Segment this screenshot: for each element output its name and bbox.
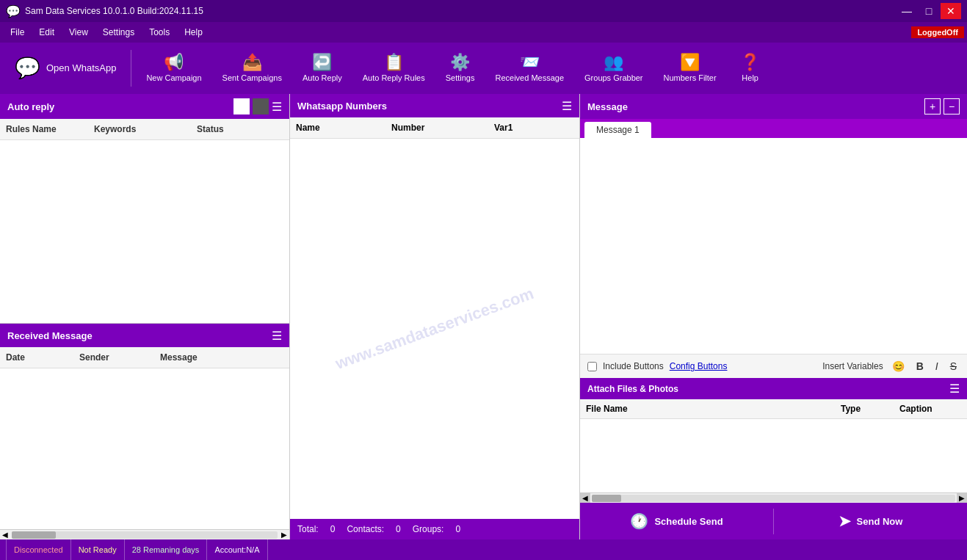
attach-table-body: [580, 419, 967, 492]
auto-reply-section: Auto reply ☰ Rules Name Keywords Status: [0, 94, 289, 324]
schedule-icon: 🕐: [630, 512, 648, 530]
col-rules-name: Rules Name: [0, 122, 88, 137]
send-now-button[interactable]: ➤ Send Now: [774, 503, 967, 539]
message-tab-1[interactable]: Message 1: [584, 122, 651, 138]
footer-contacts-label: Contacts:: [347, 524, 384, 534]
auto-reply-button[interactable]: ↩️ Auto Reply: [294, 46, 351, 90]
config-buttons-link[interactable]: Config Buttons: [670, 361, 728, 371]
received-message-header: Received Message ☰: [0, 324, 289, 347]
col-wp-var1: Var1: [488, 120, 579, 135]
attach-files-header: Attach Files & Photos ☰: [580, 378, 967, 399]
new-campaign-label: New Campaign: [146, 73, 201, 83]
col-file-name: File Name: [580, 401, 835, 416]
status-account: Account:N/A: [207, 539, 267, 560]
inbox-icon: 📨: [520, 53, 540, 72]
italic-button[interactable]: I: [932, 359, 941, 374]
footer-contacts-value: 0: [396, 524, 401, 534]
received-message-section: Received Message ☰ Date Sender Message: [0, 324, 289, 529]
include-buttons-checkbox[interactable]: [587, 362, 597, 371]
auto-reply-menu-button[interactable]: ☰: [272, 100, 282, 114]
open-whatsapp-button[interactable]: 💬 Open WhatsApp: [6, 46, 125, 90]
menu-help[interactable]: Help: [177, 24, 210, 40]
attach-scroll-left[interactable]: ◀: [580, 493, 590, 503]
attach-files-title: Attach Files & Photos: [587, 384, 678, 394]
menu-tools[interactable]: Tools: [142, 24, 177, 40]
attach-scroll-right[interactable]: ▶: [957, 493, 967, 503]
auto-reply-table-body: [0, 140, 289, 323]
menu-edit[interactable]: Edit: [32, 24, 62, 40]
auto-reply-title: Auto reply: [7, 101, 54, 112]
status-bar: Disconnected Not Ready 28 Remaning days …: [0, 539, 967, 560]
title-text: Sam Data Services 10.0.1.0 Build:2024.11…: [25, 6, 897, 16]
received-message-label: Received Message: [495, 73, 564, 83]
toolbar: 💬 Open WhatsApp 📢 New Campaign 📤 Sent Ca…: [0, 43, 967, 94]
status-remaining-days: 28 Remaning days: [125, 539, 208, 560]
message-header-buttons: + −: [924, 98, 960, 114]
whatsapp-numbers-menu-button[interactable]: ☰: [562, 99, 572, 113]
numbers-filter-button[interactable]: 🔽 Numbers Filter: [655, 46, 725, 90]
close-button[interactable]: ✕: [941, 3, 961, 19]
message-text-wrapper: [580, 138, 967, 354]
right-panel: Message + − Message 1 Include Buttons Co…: [580, 94, 967, 539]
menu-settings[interactable]: Settings: [95, 24, 142, 40]
auto-reply-rules-button[interactable]: 📋 Auto Reply Rules: [354, 46, 434, 90]
numbers-filter-label: Numbers Filter: [664, 73, 717, 83]
col-caption: Caption: [894, 401, 967, 416]
menu-view[interactable]: View: [62, 24, 95, 40]
left-scroll[interactable]: ◀ ▶: [0, 529, 289, 539]
sent-campaigns-label: Sent Campaigns: [222, 73, 282, 83]
settings-button[interactable]: ⚙️ Settings: [437, 46, 484, 90]
col-date: Date: [0, 350, 73, 365]
col-message: Message: [154, 350, 289, 365]
sent-campaigns-button[interactable]: 📤 Sent Campaigns: [214, 46, 291, 90]
middle-panel: Whatsapp Numbers ☰ Name Number Var1 www.…: [290, 94, 580, 539]
help-label: Help: [742, 73, 758, 83]
sent-icon: 📤: [242, 53, 262, 72]
footer-groups-value: 0: [455, 524, 460, 534]
add-message-button[interactable]: +: [924, 98, 941, 114]
megaphone-icon: 📢: [164, 53, 184, 72]
schedule-send-button[interactable]: 🕐 Schedule Send: [580, 503, 773, 539]
footer-groups-label: Groups:: [413, 524, 444, 534]
groups-grabber-button[interactable]: 👥 Groups Grabber: [576, 46, 651, 90]
attach-scroll-track[interactable]: [592, 495, 955, 502]
app-icon: 💬: [6, 4, 21, 18]
remove-message-button[interactable]: −: [944, 98, 960, 114]
emoji-button[interactable]: 😊: [889, 359, 908, 374]
attach-scroll[interactable]: ◀ ▶: [580, 492, 967, 503]
scroll-right-arrow[interactable]: ▶: [279, 531, 289, 539]
schedule-send-label: Schedule Send: [654, 516, 722, 527]
include-buttons-label: Include Buttons: [603, 361, 664, 371]
toolbar-sep-1: [131, 50, 131, 87]
restore-button[interactable]: □: [919, 3, 939, 19]
message-tabs: Message 1: [580, 119, 967, 138]
received-menu-button[interactable]: ☰: [272, 329, 282, 343]
settings-label: Settings: [446, 73, 475, 83]
groups-grabber-label: Groups Grabber: [584, 73, 642, 83]
strikethrough-button[interactable]: S: [947, 359, 960, 374]
scroll-track[interactable]: [12, 531, 278, 539]
auto-reply-label: Auto Reply: [303, 73, 342, 83]
message-textarea[interactable]: [580, 138, 967, 354]
help-icon: ❓: [740, 53, 760, 72]
autoreply-icon: ↩️: [312, 53, 332, 72]
auto-reply-dark-btn[interactable]: [253, 98, 269, 114]
auto-reply-rules-label: Auto Reply Rules: [363, 73, 425, 83]
scroll-left-arrow[interactable]: ◀: [0, 531, 10, 539]
auto-reply-white-btn[interactable]: [233, 98, 250, 114]
status-disconnected: Disconnected: [6, 539, 71, 560]
new-campaign-button[interactable]: 📢 New Campaign: [137, 46, 210, 90]
whatsapp-icon: 💬: [15, 56, 40, 80]
col-status: Status: [191, 122, 289, 137]
received-controls: ☰: [272, 329, 282, 343]
menu-file[interactable]: File: [3, 24, 32, 40]
attach-menu-button[interactable]: ☰: [949, 382, 960, 396]
bold-button[interactable]: B: [913, 359, 927, 374]
col-wp-name: Name: [290, 120, 385, 135]
received-message-button[interactable]: 📨 Received Message: [486, 46, 573, 90]
auto-reply-header: Auto reply ☰: [0, 94, 289, 119]
minimize-button[interactable]: —: [897, 3, 917, 19]
window-controls: — □ ✕: [897, 3, 961, 19]
logged-off-badge: LoggedOff: [911, 26, 964, 38]
help-button[interactable]: ❓ Help: [728, 46, 772, 90]
